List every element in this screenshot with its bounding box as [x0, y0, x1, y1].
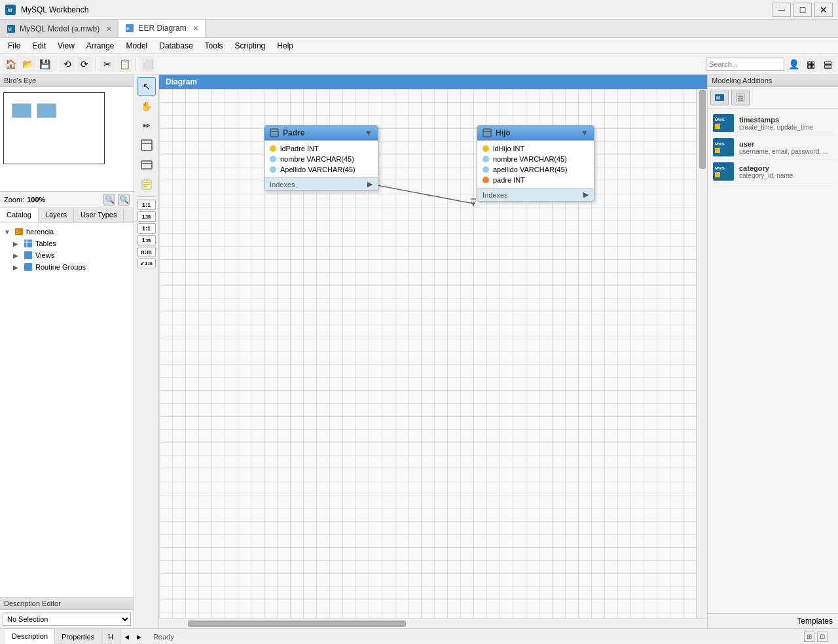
toolbar-open[interactable]: 📂	[20, 56, 35, 72]
menu-help[interactable]: Help	[272, 40, 299, 52]
toolbar-home[interactable]: 🏠	[3, 56, 18, 72]
toolbar-extra[interactable]: ⬜	[139, 56, 155, 72]
template-category-info: category category_id, name	[739, 164, 833, 179]
status-icons: ⊞ ⊡	[804, 632, 828, 642]
menu-model[interactable]: Model	[121, 40, 153, 52]
toolbar-undo[interactable]: ⟲	[60, 56, 75, 72]
menu-database[interactable]: Database	[154, 40, 198, 52]
tool-table[interactable]	[137, 136, 156, 154]
model-tab-label: MySQL Model (a.mwb)	[20, 24, 100, 33]
catalog-tab-layers[interactable]: Layers	[39, 208, 74, 223]
tool-pencil[interactable]: ✏	[137, 116, 156, 135]
toolbar-cut[interactable]: ✂	[100, 56, 115, 72]
table-hijo-expand[interactable]: ▼	[581, 128, 589, 137]
birds-eye-title: Bird's Eye	[4, 77, 36, 84]
tool-rel-1-nb[interactable]: 1:n	[137, 235, 156, 245]
tree-tables[interactable]: ▶ Tables	[13, 238, 131, 249]
close-button[interactable]: ✕	[814, 3, 833, 17]
svg-rect-38	[714, 139, 733, 156]
catalog-tab-user-types[interactable]: User Types	[74, 208, 124, 223]
tree-toggle-views[interactable]: ▶	[13, 252, 21, 259]
menu-file[interactable]: File	[3, 40, 26, 52]
tree-root[interactable]: ▼ S herencia	[3, 226, 131, 238]
toolbar-layout2[interactable]: ▤	[820, 56, 835, 72]
toolbar-paste[interactable]: 📋	[117, 56, 132, 72]
menu-tools[interactable]: Tools	[200, 40, 228, 52]
status-icon-2[interactable]: ⊡	[817, 632, 828, 642]
toolbar-separator-2	[96, 58, 96, 71]
horizontal-scrollbar[interactable]	[159, 618, 707, 628]
eer-tab-close[interactable]: ×	[193, 23, 198, 33]
minimize-button[interactable]: ─	[773, 3, 791, 17]
toolbar-layout1[interactable]: ▦	[803, 56, 818, 72]
tree-routines[interactable]: ▶ Routine Groups	[13, 261, 131, 273]
field-regular-icon	[270, 156, 276, 162]
horizontal-scrollbar-thumb[interactable]	[188, 620, 406, 627]
tab-eer[interactable]: E EER Diagram ×	[118, 20, 206, 37]
main-area: Bird's Eye Zoom: 100% 🔍 🔍 Catalog Layers	[0, 75, 838, 628]
tool-rel-1-1[interactable]: 1:1	[137, 200, 156, 210]
template-category-icon: MWS	[713, 162, 734, 181]
zoom-in-btn[interactable]: 🔍	[118, 194, 130, 206]
ma-add-btn[interactable]: M	[710, 90, 729, 105]
tool-rel-arrow-1n[interactable]: ↙1:n	[137, 259, 156, 268]
menu-view[interactable]: View	[52, 40, 80, 52]
table-padre[interactable]: Padre ▼ idPadre INT nombre VARCHAR(45) A…	[264, 125, 378, 191]
bottom-tab-description[interactable]: Description	[5, 629, 55, 644]
table-hijo-field-padre: padre INT	[477, 175, 594, 185]
tool-rel-1-1b[interactable]: 1:1	[137, 223, 156, 234]
zoom-out-btn[interactable]: 🔍	[103, 194, 115, 206]
toolbar-search-btn[interactable]: 👤	[786, 56, 801, 72]
tool-rel-n-m[interactable]: n:m	[137, 247, 156, 257]
birds-eye-canvas[interactable]	[0, 87, 134, 192]
bottom-tab-properties[interactable]: Properties	[55, 629, 101, 644]
tree-toggle-herencia[interactable]: ▼	[4, 228, 12, 236]
tool-rel-n-m-label: n:m	[141, 249, 152, 255]
vertical-scrollbar[interactable]	[697, 89, 707, 618]
template-category[interactable]: MWS category category_id, name	[710, 160, 835, 184]
tool-rel-1-nb-label: 1:n	[142, 237, 151, 243]
title-bar: W MySQL Workbench ─ □ ✕	[0, 0, 838, 20]
bottom-nav-next[interactable]: ►	[133, 629, 145, 644]
templates-footer-label: Templates	[797, 617, 833, 626]
template-timestamps[interactable]: MWS timestamps create_time, update_time	[710, 111, 835, 135]
tool-rel-1-n[interactable]: 1:n	[137, 211, 156, 222]
tree-views[interactable]: ▶ Views	[13, 249, 131, 261]
tool-select[interactable]: ↖	[137, 77, 156, 96]
maximize-button[interactable]: □	[793, 3, 812, 17]
table-hijo-title: Hijo	[496, 128, 577, 137]
left-panel: Bird's Eye Zoom: 100% 🔍 🔍 Catalog Layers	[0, 75, 134, 628]
catalog-tab-catalog[interactable]: Catalog	[0, 208, 39, 223]
table-hijo[interactable]: Hijo ▼ idHijo INT nombre VARCHAR(45) ape…	[477, 125, 594, 202]
bottom-tab-h[interactable]: H	[101, 629, 120, 644]
tab-model[interactable]: M MySQL Model (a.mwb) ×	[0, 20, 118, 37]
menu-scripting[interactable]: Scripting	[230, 40, 271, 52]
tool-note[interactable]	[137, 175, 156, 194]
diagram-canvas[interactable]: Padre ▼ idPadre INT nombre VARCHAR(45) A…	[159, 89, 707, 618]
vertical-scrollbar-thumb[interactable]	[699, 90, 706, 169]
table-padre-footer[interactable]: Indexes ▶	[264, 177, 378, 190]
model-tab-close[interactable]: ×	[106, 24, 111, 34]
tree-toggle-tables[interactable]: ▶	[13, 240, 21, 247]
toolbar-search[interactable]	[706, 58, 784, 71]
tree-toggle-routines[interactable]: ▶	[13, 264, 21, 271]
description-editor-select[interactable]: No Selection	[3, 613, 131, 626]
table-padre-expand[interactable]: ▼	[365, 128, 373, 137]
menu-arrange[interactable]: Arrange	[81, 40, 120, 52]
template-timestamps-name: timestamps	[739, 116, 833, 124]
tool-view[interactable]	[137, 156, 156, 174]
table-hijo-footer[interactable]: Indexes ▶	[477, 188, 594, 201]
toolbar-save[interactable]: 💾	[37, 56, 52, 72]
bottom-nav-prev[interactable]: ◄	[120, 629, 133, 644]
toolbar-redo[interactable]: ⟳	[77, 56, 92, 72]
status-icon-1[interactable]: ⊞	[804, 632, 814, 642]
menu-edit[interactable]: Edit	[27, 40, 51, 52]
template-user[interactable]: MWS user username, email, password, ...	[710, 135, 835, 160]
category-icon-svg: MWS	[714, 163, 733, 180]
title-bar-controls: ─ □ ✕	[773, 3, 833, 17]
table-padre-field-apellido: Apellido VARCHAR(45)	[264, 164, 378, 175]
tool-hand[interactable]: ✋	[137, 97, 156, 115]
ma-list-btn[interactable]	[731, 90, 750, 105]
zoom-bar: Zoom: 100% 🔍 🔍	[0, 192, 134, 208]
table-hijo-field-nombre: nombre VARCHAR(45)	[477, 154, 594, 164]
